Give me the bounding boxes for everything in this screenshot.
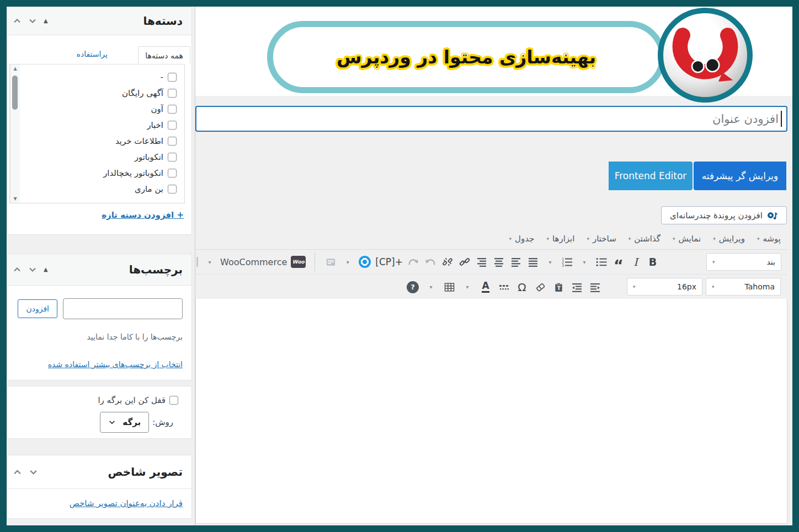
bullet-list-icon[interactable]	[595, 252, 608, 271]
align-center-icon[interactable]	[492, 252, 505, 271]
unlink-icon[interactable]	[441, 252, 454, 271]
choose-most-used-tags-link[interactable]: انتخاب از برچسب‌های بیشتر استفاده شده	[48, 360, 183, 369]
outdent-icon[interactable]	[570, 278, 583, 297]
category-checkbox[interactable]	[168, 105, 177, 114]
category-label[interactable]: انکوباتور یخچالدار	[103, 168, 163, 178]
chevron-up-icon[interactable]	[13, 467, 22, 477]
reorder-triangle-icon[interactable]: ▲	[44, 18, 48, 24]
scroll-down-icon[interactable]: ▼	[10, 196, 20, 201]
category-checkbox[interactable]	[168, 121, 177, 130]
remove-format-icon[interactable]	[534, 278, 547, 297]
add-media-button[interactable]: افزودن پروندهٔ چندرسانه‌ای	[661, 206, 787, 224]
woocommerce-label[interactable]: WooCommerce	[220, 257, 287, 267]
category-checkbox[interactable]	[168, 185, 177, 194]
woo-badge-icon[interactable]: Woo	[291, 256, 306, 268]
category-label[interactable]: اخبار	[147, 120, 163, 130]
advanced-editor-button[interactable]: ویرایش گر پیشرفته	[694, 162, 786, 190]
add-tag-button[interactable]: افزودن	[18, 299, 57, 318]
media-icon	[766, 210, 778, 221]
frontend-editor-button[interactable]: Frontend Editor	[609, 162, 693, 190]
cp-shortcode-button[interactable]: [CP]+	[375, 252, 403, 271]
chevron-down-icon[interactable]	[28, 17, 37, 25]
chevron-down-icon[interactable]	[28, 265, 37, 274]
template-dropdown[interactable]: ▾	[341, 252, 354, 271]
paragraph-format-select[interactable]: بند ▾	[706, 253, 781, 271]
category-label[interactable]: بن ماری	[135, 184, 163, 194]
paste-as-text-icon[interactable]: T	[552, 278, 565, 297]
caret-down-icon: ▾	[208, 259, 211, 265]
ordered-list-icon[interactable]: 123	[561, 252, 574, 271]
add-new-category-link[interactable]: + افزودن دسته تازه	[102, 210, 184, 220]
set-featured-image-link[interactable]: قرار دادن به‌عنوان تصویر شاخص	[70, 498, 183, 508]
table-dropdown[interactable]: ▾	[461, 278, 474, 297]
category-checkbox[interactable]	[168, 137, 177, 146]
redo-icon[interactable]	[407, 252, 420, 271]
template-page-icon[interactable]	[324, 252, 337, 271]
tab-most-used[interactable]: پراستفاده	[77, 50, 108, 58]
bold-icon[interactable]: B	[646, 252, 659, 271]
italic-icon[interactable]: I	[629, 252, 642, 271]
align-left-icon[interactable]	[509, 252, 523, 271]
category-label[interactable]: انکوباتور	[135, 152, 163, 162]
categories-scrollbar[interactable]: ▲ ▼	[10, 65, 20, 203]
table-icon[interactable]	[443, 278, 456, 297]
sidebar: دسته‌ها ▲ همه دسته‌ها پراستفاده ▲ ▼ -	[7, 7, 192, 525]
justify-icon[interactable]	[526, 252, 540, 271]
menu-tools[interactable]: ابزارها▾	[546, 234, 574, 244]
woocommerce-dropdown[interactable]: ▾	[203, 252, 216, 271]
tag-input[interactable]	[63, 298, 183, 319]
undo-icon[interactable]	[424, 252, 437, 271]
chevron-up-icon[interactable]	[13, 265, 22, 274]
scroll-up-icon[interactable]: ▲	[10, 66, 20, 71]
scrollbar-thumb[interactable]	[12, 76, 18, 110]
editor-content-area[interactable]	[195, 299, 787, 524]
blockquote-icon[interactable]: “	[612, 249, 625, 275]
main-content: بهینه‌سازی محتوا در وردپرس ویرایش گر پیش…	[195, 7, 792, 525]
categories-panel-header: دسته‌ها ▲	[7, 7, 191, 35]
menu-file[interactable]: پوشه▾	[757, 234, 781, 244]
link-icon[interactable]	[458, 252, 471, 271]
toolbar-row-1: ▾ WooCommerce Woo ▾ [CP]+ ▾ 123 ▾	[195, 250, 787, 275]
post-title-input[interactable]	[196, 107, 786, 131]
category-label[interactable]: آون	[151, 104, 163, 114]
font-size-select[interactable]: 16px ▾	[627, 278, 702, 295]
method-select[interactable]: برگه	[100, 412, 149, 433]
lock-checkbox-row: قفل کن این برگه را	[98, 395, 178, 405]
category-label[interactable]: آگهی رایگان	[122, 88, 163, 98]
category-label[interactable]: اطلاعات خرید	[115, 136, 163, 146]
toolbar-separator	[315, 252, 315, 271]
target-plugin-icon[interactable]	[358, 252, 371, 271]
category-checkbox[interactable]	[168, 73, 177, 82]
course-banner: بهینه‌سازی محتوا در وردپرس	[267, 21, 665, 93]
indent-icon[interactable]	[588, 278, 601, 297]
help-dropdown[interactable]: ▾	[424, 278, 438, 297]
caret-down-icon: ▾	[757, 236, 760, 241]
menu-edit[interactable]: ویرایش▾	[713, 234, 745, 244]
category-row: انکوباتور	[20, 149, 184, 165]
help-icon[interactable]: ?	[406, 278, 419, 297]
category-checkbox[interactable]	[168, 89, 177, 98]
ordered-list-dropdown[interactable]: ▾	[578, 252, 591, 271]
menu-table[interactable]: جدول▾	[509, 234, 535, 244]
font-family-select[interactable]: Tahoma ▾	[706, 278, 781, 295]
special-char-icon[interactable]: Ω	[515, 278, 529, 297]
category-checkbox[interactable]	[168, 153, 177, 162]
chevron-down-icon[interactable]	[29, 467, 38, 477]
menu-view[interactable]: نمایش▾	[673, 234, 701, 244]
tags-panel: برچسب‌ها ▲ افزودن برچسب‌ها را با کاما جد…	[7, 254, 192, 380]
align-dropdown[interactable]: ▾	[544, 252, 557, 271]
menu-insert[interactable]: گذاشتن▾	[628, 234, 660, 244]
font-family-value: Tahoma	[745, 282, 775, 291]
caret-down-icon: ▾	[713, 236, 716, 241]
reorder-triangle-icon[interactable]: ▲	[44, 267, 48, 272]
text-color-icon[interactable]: A	[479, 278, 492, 297]
category-checkbox[interactable]	[168, 169, 177, 178]
category-label[interactable]: -	[161, 72, 163, 82]
lock-page-checkbox[interactable]	[169, 396, 178, 405]
align-right-icon[interactable]	[475, 252, 488, 271]
tab-all-categories[interactable]: همه دسته‌ها	[138, 46, 190, 64]
page-break-icon[interactable]	[497, 278, 510, 297]
menu-format[interactable]: ساختار▾	[587, 234, 616, 244]
chevron-up-icon[interactable]	[13, 17, 22, 25]
caret-down-icon: ▾	[712, 259, 715, 265]
